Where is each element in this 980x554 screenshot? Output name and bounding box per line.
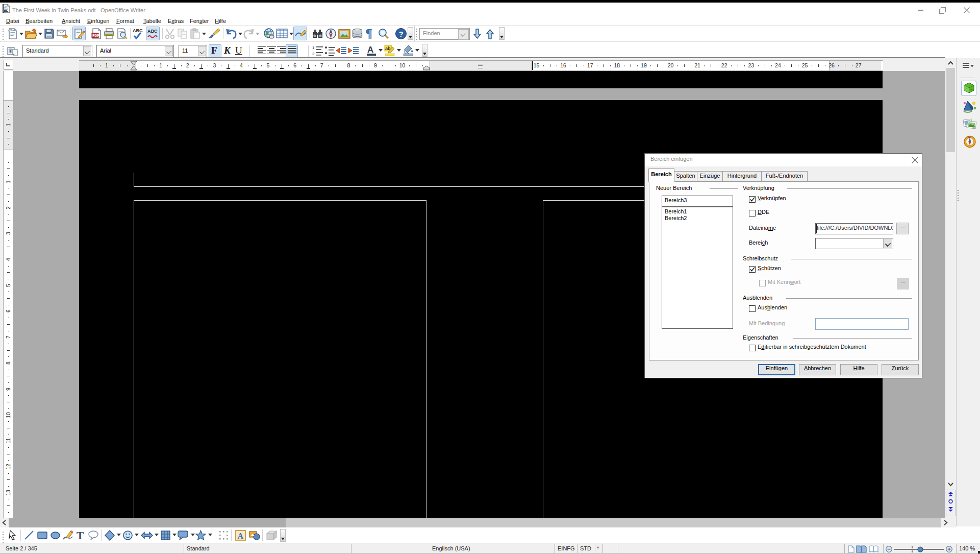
svg-text:A: A xyxy=(367,45,373,55)
svg-text:T: T xyxy=(77,530,84,541)
svg-text:ABC: ABC xyxy=(133,28,143,33)
svg-text:2: 2 xyxy=(312,52,315,56)
svg-text:ABC: ABC xyxy=(147,29,158,34)
svg-text:N: N xyxy=(968,136,970,139)
svg-text:¶: ¶ xyxy=(365,28,372,40)
svg-text:A: A xyxy=(238,532,244,540)
svg-text:?: ? xyxy=(399,30,404,38)
svg-text:PDF: PDF xyxy=(92,34,99,37)
svg-text:1: 1 xyxy=(312,45,315,50)
